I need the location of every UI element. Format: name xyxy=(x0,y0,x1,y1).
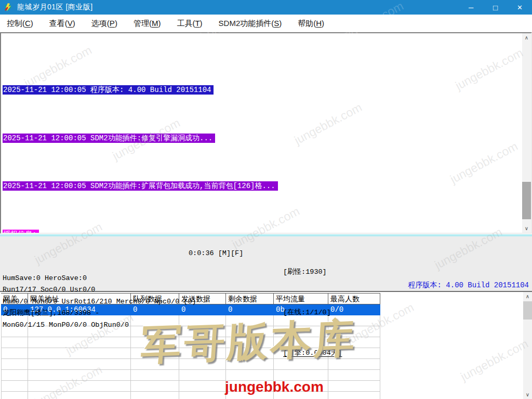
status-line: Run17/17 Soc0/0 Usr0/0 xyxy=(3,284,196,296)
table-row-empty xyxy=(1,392,381,399)
app-window: 龍城岁月01区 [商业版] ─ □ ✕ 控制(C) 查看(V) 选项(P) 管理… xyxy=(0,0,532,399)
program-version: 程序版本: 4.00 Build 20151104 xyxy=(408,281,529,290)
menu-item[interactable]: 控制(C) xyxy=(7,19,33,29)
scroll-down-icon[interactable]: ∨ xyxy=(522,224,531,233)
log-message: 授权信息: xyxy=(3,230,36,234)
log-message: SDM2功能插件:扩展背包加载成功,当前背包[126]格... xyxy=(90,182,275,190)
log-timestamp: 2025-11-21 12:00:05 xyxy=(3,134,90,142)
server-log-lines: 2025-11-21 12:00:05 程序版本: 4.00 Build 201… xyxy=(1,33,531,234)
menu-item[interactable]: 查看(V) xyxy=(49,19,75,29)
log-line: 2025-11-21 12:00:05 SDM2功能插件:扩展背包加载成功,当前… xyxy=(3,180,531,192)
site-name-red: jungebbk.com xyxy=(225,379,324,395)
status-uptime: 0:0:36 [M][F] xyxy=(189,249,243,257)
menu-item[interactable]: 管理(M) xyxy=(134,19,161,29)
maximize-icon[interactable]: □ xyxy=(483,0,508,15)
status-line: Hum0/0 Mon0/0 UsrRot16/210 Merch0/0 Npc0… xyxy=(3,296,196,308)
status-panel: HumSave:0 HeroSave:0Run17/17 Soc0/0 Usr0… xyxy=(0,236,532,291)
log-timestamp: 2025-11-21 12:00:05 xyxy=(3,86,90,94)
scroll-down-icon[interactable]: ∨ xyxy=(523,390,532,399)
server-log-panel[interactable]: 2025-11-21 12:00:05 程序版本: 4.00 Build 201… xyxy=(0,32,532,234)
app-icon xyxy=(4,3,13,12)
log-line: 2025-11-21 12:00:05 SDM2功能插件:修复引擎漏洞成功... xyxy=(3,132,531,144)
scroll-up-icon[interactable]: ∧ xyxy=(523,292,532,301)
title-bar: 龍城岁月01区 [商业版] ─ □ ✕ xyxy=(0,0,532,15)
minimize-icon[interactable]: ─ xyxy=(459,0,483,15)
spawn-count: [刷怪:1930] xyxy=(283,265,342,279)
table-scrollbar[interactable]: ∧ ∨ xyxy=(523,292,532,399)
menu-item[interactable]: 工具(T) xyxy=(177,19,202,29)
scroll-up-icon[interactable]: ∧ xyxy=(522,33,531,42)
menu-bar: 控制(C) 查看(V) 选项(P) 管理(M) 工具(T) SDM2功能插件(S… xyxy=(0,15,532,32)
status-counters: HumSave:0 HeroSave:0Run17/17 Soc0/0 Usr0… xyxy=(3,237,196,331)
menu-item[interactable]: 帮助(H) xyxy=(298,19,324,29)
log-line: 2025-11-21 12:00:05 程序版本: 4.00 Build 201… xyxy=(3,84,531,96)
status-line: HumSave:0 HeroSave:0 xyxy=(3,273,196,285)
column-header[interactable]: 剩余数据 xyxy=(226,293,274,304)
menu-item[interactable]: 选项(P) xyxy=(91,19,117,29)
log-message: SDM2功能插件:修复引擎漏洞成功... xyxy=(90,134,212,142)
gold-calligraphy-logo: 军哥版本库 xyxy=(139,311,360,373)
window-title: 龍城岁月01区 [商业版] xyxy=(17,3,93,12)
log-message: 程序版本: 4.00 Build 20151104 xyxy=(90,86,211,94)
log-timestamp: 2025-11-21 12:00:05 xyxy=(3,182,90,190)
window-controls: ─ □ ✕ xyxy=(459,0,532,15)
log-line: 授权信息: xyxy=(3,229,531,234)
table-scrollbar-thumb[interactable] xyxy=(523,301,532,320)
close-icon[interactable]: ✕ xyxy=(508,0,532,15)
log-scrollbar-thumb[interactable] xyxy=(522,182,531,219)
menu-item[interactable]: SDM2功能插件(S) xyxy=(219,19,282,29)
log-scrollbar[interactable]: ∧ ∨ xyxy=(522,33,531,233)
